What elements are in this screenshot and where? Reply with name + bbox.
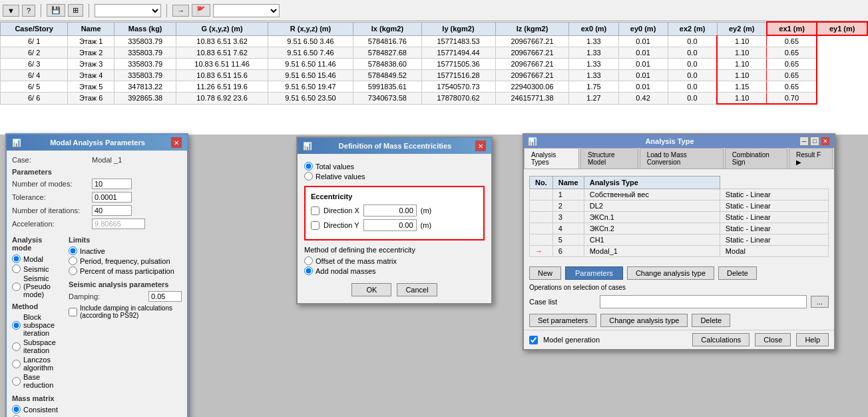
- analysis-name-cell: CH1: [584, 234, 720, 246]
- table-row: 6/ 1Этаж 1335803.7910.83 6.51 3.629.51 6…: [1, 35, 868, 47]
- case-dropdown[interactable]: 6 : Modal _1: [95, 4, 161, 17]
- calculations-button[interactable]: Calculations: [692, 333, 750, 346]
- analysis-help-button[interactable]: Help: [796, 333, 829, 346]
- include-damping-checkbox[interactable]: [69, 308, 77, 316]
- direction-x-checkbox[interactable]: [311, 207, 320, 215]
- save-button[interactable]: 💾: [47, 4, 65, 17]
- tab-result[interactable]: Result F ▶: [789, 148, 833, 169]
- eccentricity-title: Definition of Mass Eccentricities: [339, 142, 451, 150]
- change-analysis-button[interactable]: Change analysis type: [627, 266, 714, 280]
- tab-combination-sign[interactable]: Combination Sign: [725, 148, 787, 169]
- tab-analysis-types[interactable]: Analysis Types: [524, 148, 579, 169]
- add-nodal-radio: Add nodal masses: [304, 266, 485, 275]
- offset-radio-input[interactable]: [304, 256, 313, 265]
- percent-mass-radio-input[interactable]: [69, 266, 77, 275]
- help-icon-button[interactable]: ?: [22, 5, 35, 17]
- tab-structure-model[interactable]: Structure Model: [580, 148, 638, 169]
- cell-data: 11.26 6.51 19.6: [176, 81, 268, 93]
- limits-title: Limits: [69, 236, 182, 244]
- flag-button[interactable]: 🚩: [192, 4, 210, 17]
- subspace-radio-input[interactable]: [12, 342, 21, 351]
- direction-x-input[interactable]: [363, 205, 417, 216]
- model-generation-checkbox[interactable]: [529, 336, 538, 344]
- cell-data: 15771505.36: [421, 59, 495, 70]
- method-label: Method of defining the eccentricity: [304, 246, 485, 254]
- right-col: Limits Inactive Period, frequency, pulsa…: [69, 232, 182, 390]
- period-freq-radio-input[interactable]: [69, 256, 77, 265]
- seismic-pseudo-radio-input[interactable]: [12, 282, 21, 291]
- tab-load-mass[interactable]: Load to Mass Conversion: [640, 148, 724, 169]
- include-damping-row: Include damping in calculations (accordi…: [69, 304, 182, 319]
- add-nodal-radio-input[interactable]: [304, 266, 313, 275]
- eccentricity-close-button[interactable]: ✕: [475, 141, 486, 151]
- new-button[interactable]: New: [529, 266, 561, 280]
- cell-data: 335803.79: [114, 59, 176, 70]
- eccentricity-footer: OK Cancel: [304, 283, 485, 296]
- case-label: Case:: [12, 156, 92, 164]
- back-button[interactable]: ▼: [3, 5, 19, 17]
- block-subspace-radio-input[interactable]: [12, 321, 21, 330]
- close-button[interactable]: Close: [755, 333, 791, 346]
- seismic-radio-input[interactable]: [12, 264, 21, 273]
- analysis-type-cell: Static - Linear: [720, 212, 828, 223]
- eccentricity-cancel-button[interactable]: Cancel: [397, 283, 437, 296]
- total-values-radio-input[interactable]: [304, 162, 313, 171]
- cell-case: 6/ 6: [1, 93, 68, 105]
- case-list-input[interactable]: [600, 295, 807, 308]
- col-g: G (x,y,z) (m): [176, 22, 268, 35]
- damping-input[interactable]: [148, 291, 182, 302]
- num-modes-input[interactable]: [92, 179, 132, 189]
- eccentricity-body: Total values Relative values Eccentricit…: [298, 154, 491, 303]
- cell-data: 0.01: [618, 81, 668, 93]
- cell-data: 15771483.53: [421, 35, 495, 47]
- set-parameters-button[interactable]: Set parameters: [529, 314, 596, 327]
- inactive-radio-input[interactable]: [69, 246, 77, 255]
- delete2-button[interactable]: Delete: [692, 314, 730, 327]
- num-iter-input[interactable]: [92, 205, 132, 216]
- win-controls: ─ □ ✕: [799, 137, 830, 146]
- cqc-dropdown[interactable]: 1..10; CQC: [213, 4, 280, 17]
- relative-values-radio-input[interactable]: [304, 172, 313, 181]
- tolerance-input[interactable]: [92, 192, 132, 203]
- add-nodal-label: Add nodal masses: [316, 267, 376, 275]
- cell-data: 0.01: [618, 59, 668, 70]
- analysis-table-row: 5CH1Static - Linear: [530, 234, 829, 246]
- period-freq-radio: Period, frequency, pulsation: [69, 256, 182, 265]
- accel-input[interactable]: [92, 218, 145, 229]
- cell-ey1: 0.65: [767, 70, 817, 81]
- block-subspace-radio: Block subspace iteration: [12, 313, 63, 337]
- analysis-type-close-button[interactable]: ✕: [821, 137, 830, 146]
- cell-ex1: 1.10: [717, 93, 767, 105]
- damping-label: Damping:: [69, 292, 148, 300]
- modal-radio-input[interactable]: [12, 254, 21, 263]
- consistent-radio-input[interactable]: [12, 405, 21, 414]
- case-list-dots-button[interactable]: ...: [811, 296, 829, 308]
- change-analysis2-button[interactable]: Change analysis type: [600, 314, 688, 327]
- col-analysis-type: Analysis Type: [584, 177, 720, 189]
- modal-params-close-button[interactable]: ✕: [171, 137, 182, 148]
- cell-ey1: 0.70: [767, 93, 817, 105]
- arrow-button[interactable]: →: [172, 5, 189, 17]
- minimize-button[interactable]: ─: [799, 137, 809, 146]
- direction-y-checkbox[interactable]: [311, 221, 320, 230]
- direction-y-input[interactable]: [363, 219, 417, 231]
- lanczos-radio-input[interactable]: [12, 360, 21, 368]
- base-reduction-radio-input[interactable]: [12, 377, 21, 386]
- analysis-name-cell: ЭКСп.2: [584, 223, 720, 234]
- direction-x-row: Direction X (m): [311, 205, 478, 216]
- case-value: Modal _1: [92, 156, 122, 164]
- subspace-radio: Subspace iteration: [12, 338, 63, 354]
- col-iy: Iy (kgm2): [421, 22, 495, 35]
- col-ey2: ey2 (m): [717, 22, 767, 35]
- cell-data: 335803.79: [114, 35, 176, 47]
- include-damping-label: Include damping in calculations (accordi…: [80, 304, 182, 319]
- modal-analysis-params-dialog: 📊 Modal Analysis Parameters ✕ Case: Moda…: [5, 133, 188, 417]
- maximize-button[interactable]: □: [810, 137, 819, 146]
- cell-ex1: 1.10: [717, 35, 767, 47]
- eccentricity-ok-button[interactable]: OK: [351, 283, 391, 296]
- parameters-button[interactable]: Parameters: [565, 266, 623, 280]
- delete-button[interactable]: Delete: [718, 266, 757, 280]
- main-data-table: Case/Story Name Mass (kg) G (x,y,z) (m) …: [0, 21, 868, 105]
- analysis-table-row: 1Собственный весStatic - Linear: [530, 189, 829, 201]
- table-button[interactable]: ⊞: [68, 4, 83, 17]
